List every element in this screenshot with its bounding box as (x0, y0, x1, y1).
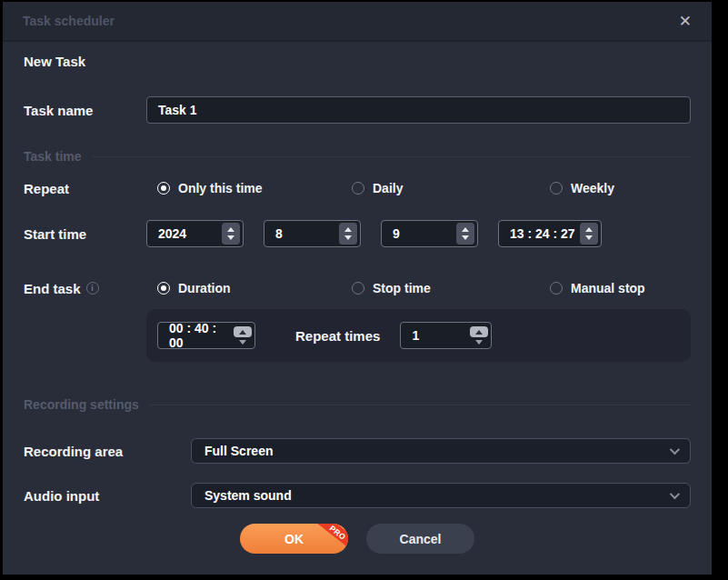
recording-area-label: Recording area (24, 444, 191, 459)
arrow-down-icon[interactable] (585, 235, 593, 240)
repeat-times-spinner[interactable]: 1 (400, 322, 492, 349)
start-month-spinner[interactable]: 8 (264, 220, 361, 247)
arrow-down-icon[interactable] (227, 235, 234, 240)
section-divider (150, 405, 691, 405)
arrow-down-icon[interactable] (344, 235, 352, 240)
spinner-arrows-icon[interactable] (222, 223, 240, 245)
duration-panel: 00 : 40 : 00 Repeat times 1 (146, 309, 691, 362)
audio-input-row: Audio input System sound (24, 483, 691, 508)
radio-label: Stop time (373, 281, 431, 295)
spinner-arrows-icon[interactable] (234, 325, 252, 346)
dialog-content: New Task Task name Task 1 Task time Repe… (3, 42, 712, 554)
spinner-arrows-icon[interactable] (339, 223, 357, 245)
titlebar: Task scheduler ✕ (3, 2, 712, 42)
arrow-up-button[interactable] (234, 326, 252, 337)
arrow-up-icon[interactable] (585, 227, 593, 232)
repeat-times-label: Repeat times (295, 328, 380, 344)
arrow-up-button[interactable] (470, 326, 488, 337)
section-recording-settings: Recording settings (24, 396, 691, 413)
radio-duration[interactable]: Duration (146, 281, 352, 295)
radio-label: Daily (373, 181, 403, 195)
audio-input-label: Audio input (24, 488, 191, 504)
start-time-label: Start time (24, 226, 146, 242)
radio-selected-icon (157, 182, 170, 195)
ok-button[interactable]: OK PRO (240, 524, 348, 554)
radio-only-this-time[interactable]: Only this time (146, 181, 352, 195)
section-task-time-label: Task time (24, 149, 82, 164)
cancel-button[interactable]: Cancel (366, 524, 474, 554)
end-task-label: End task i (24, 281, 146, 296)
chevron-down-icon (670, 489, 680, 499)
start-day-value: 9 (393, 226, 456, 241)
recording-area-select[interactable]: Full Screen (191, 438, 691, 464)
repeat-label: Repeat (24, 181, 146, 196)
arrow-up-icon[interactable] (462, 227, 469, 232)
spinner-arrows-icon[interactable] (580, 223, 598, 245)
page-title: New Task (24, 54, 691, 70)
radio-daily[interactable]: Daily (352, 181, 550, 195)
radio-label: Only this time (178, 181, 263, 195)
radio-label: Manual stop (571, 281, 645, 295)
task-name-label: Task name (24, 103, 146, 118)
ok-button-label: OK (284, 532, 304, 546)
radio-label: Duration (178, 281, 231, 295)
radio-stop-time[interactable]: Stop time (352, 281, 550, 295)
audio-input-value: System sound (204, 488, 670, 503)
info-icon[interactable]: i (86, 282, 99, 295)
start-year-value: 2024 (158, 226, 222, 241)
chevron-down-icon (670, 445, 680, 455)
task-scheduler-dialog: Task scheduler ✕ New Task Task name Task… (3, 2, 712, 575)
start-day-spinner[interactable]: 9 (381, 220, 478, 247)
start-time-row: Start time 2024 8 9 13 : 24 : 27 (24, 220, 691, 247)
audio-input-select[interactable]: System sound (191, 483, 691, 508)
arrow-down-icon[interactable] (239, 340, 246, 345)
arrow-up-icon (239, 330, 246, 335)
arrow-down-icon[interactable] (462, 235, 469, 240)
start-year-spinner[interactable]: 2024 (146, 220, 244, 247)
radio-unselected-icon (352, 182, 364, 195)
section-recording-settings-label: Recording settings (24, 397, 139, 412)
arrow-up-icon[interactable] (344, 227, 352, 232)
spinner-arrows-icon[interactable] (456, 223, 474, 245)
section-divider (93, 156, 691, 157)
arrow-up-icon[interactable] (227, 227, 234, 232)
pro-badge: PRO (316, 524, 348, 552)
radio-unselected-icon (550, 282, 563, 295)
radio-selected-icon (157, 282, 170, 295)
footer: OK PRO Cancel (24, 524, 691, 554)
start-clock-value: 13 : 24 : 27 (510, 226, 580, 241)
radio-unselected-icon (550, 182, 563, 195)
radio-unselected-icon (352, 282, 364, 295)
repeat-row: Repeat Only this time Daily Weekly (24, 179, 691, 197)
radio-weekly[interactable]: Weekly (550, 181, 614, 195)
spinner-arrows-icon[interactable] (470, 325, 488, 346)
arrow-up-icon (475, 330, 483, 335)
radio-label: Weekly (571, 181, 614, 195)
end-task-row: End task i Duration Stop time Manual sto… (24, 279, 691, 297)
close-icon[interactable]: ✕ (679, 14, 692, 29)
repeat-times-value: 1 (412, 328, 470, 343)
start-clock-spinner[interactable]: 13 : 24 : 27 (498, 220, 602, 247)
start-month-value: 8 (275, 226, 339, 241)
duration-spinner[interactable]: 00 : 40 : 00 (157, 322, 255, 349)
radio-manual-stop[interactable]: Manual stop (550, 281, 645, 295)
end-task-label-text: End task (24, 281, 81, 296)
task-name-input[interactable]: Task 1 (146, 96, 691, 124)
section-task-time: Task time (24, 148, 691, 165)
duration-value: 00 : 40 : 00 (169, 321, 234, 350)
recording-area-value: Full Screen (204, 444, 670, 458)
arrow-down-icon[interactable] (475, 340, 483, 345)
task-name-row: Task name Task 1 (24, 96, 691, 124)
dialog-title: Task scheduler (23, 14, 115, 28)
recording-area-row: Recording area Full Screen (24, 438, 691, 464)
